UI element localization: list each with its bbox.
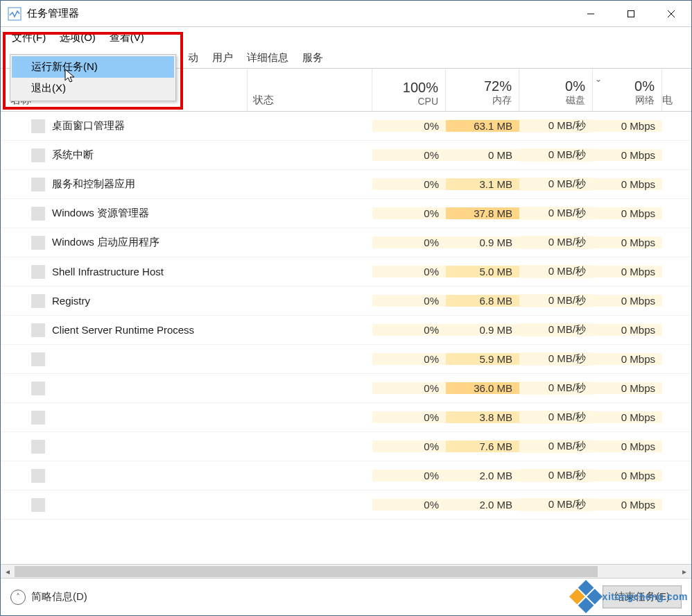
process-icon	[31, 498, 45, 512]
file-menu-dropdown: 运行新任务(N) 退出(X)	[10, 54, 176, 101]
network-cell: 0 Mbps	[593, 120, 662, 132]
column-memory[interactable]: 72%内存	[446, 69, 519, 111]
table-row[interactable]: 0%2.0 MB0 MB/秒0 Mbps	[1, 461, 691, 490]
network-cell: 0 Mbps	[593, 295, 662, 307]
process-name: Shell Infrastructure Host	[52, 266, 164, 277]
network-cell: 0 Mbps	[593, 470, 662, 481]
cpu-cell: 0%	[372, 411, 446, 423]
disk-cell: 0 MB/秒	[519, 469, 593, 482]
disk-cell: 0 MB/秒	[519, 265, 593, 278]
minimize-button[interactable]	[571, 1, 611, 26]
column-network[interactable]: 0%网络	[604, 69, 662, 111]
table-row[interactable]: 0%2.0 MB0 MB/秒0 Mbps	[1, 490, 691, 520]
process-icon	[31, 148, 45, 162]
table-row[interactable]: Windows 启动应用程序0%0.9 MB0 MB/秒0 Mbps	[1, 228, 691, 257]
tab-services[interactable]: 服务	[295, 48, 330, 68]
process-icon	[31, 440, 45, 454]
scroll-right-icon[interactable]: ▸	[677, 567, 691, 576]
cpu-cell: 0%	[372, 382, 446, 394]
disk-cell: 0 MB/秒	[519, 411, 593, 424]
network-cell: 0 Mbps	[593, 440, 662, 452]
column-extra[interactable]: 电	[662, 69, 676, 111]
table-row[interactable]: 服务和控制器应用0%3.1 MB0 MB/秒0 Mbps	[1, 170, 691, 199]
process-name-cell	[1, 382, 248, 395]
tab-users[interactable]: 用户	[205, 48, 240, 68]
network-cell: 0 Mbps	[593, 411, 662, 423]
process-icon	[31, 119, 45, 133]
end-task-button[interactable]: 结束任务(E)	[603, 585, 682, 608]
chevron-down-icon[interactable]: ⌄	[593, 69, 604, 111]
memory-cell: 0.9 MB	[446, 237, 519, 248]
process-name-cell	[1, 352, 248, 366]
column-status[interactable]: 状态	[248, 69, 372, 111]
cpu-cell: 0%	[372, 470, 446, 481]
network-cell: 0 Mbps	[593, 207, 662, 219]
table-row[interactable]: 系统中断0%0 MB0 MB/秒0 Mbps	[1, 141, 691, 170]
disk-cell: 0 MB/秒	[519, 440, 593, 453]
tab-details[interactable]: 详细信息	[240, 48, 295, 68]
table-row[interactable]: 0%7.6 MB0 MB/秒0 Mbps	[1, 432, 691, 461]
cpu-cell: 0%	[372, 207, 446, 219]
table-row[interactable]: 0%36.0 MB0 MB/秒0 Mbps	[1, 374, 691, 403]
network-cell: 0 Mbps	[593, 237, 662, 248]
scroll-thumb[interactable]	[15, 566, 598, 577]
close-button[interactable]	[651, 1, 691, 26]
memory-cell: 36.0 MB	[446, 382, 519, 394]
network-cell: 0 Mbps	[593, 149, 662, 161]
process-name-cell: Shell Infrastructure Host	[1, 265, 248, 279]
process-name: Windows 启动应用程序	[52, 236, 159, 249]
menu-view[interactable]: 查看(V)	[103, 28, 151, 47]
table-row[interactable]: Windows 资源管理器0%37.8 MB0 MB/秒0 Mbps	[1, 199, 691, 228]
process-icon	[31, 352, 45, 366]
maximize-button[interactable]	[611, 1, 651, 26]
horizontal-scrollbar[interactable]: ◂ ▸	[1, 564, 691, 578]
cpu-cell: 0%	[372, 440, 446, 452]
process-icon	[31, 382, 45, 395]
scroll-left-icon[interactable]: ◂	[1, 567, 15, 576]
table-row[interactable]: Shell Infrastructure Host0%5.0 MB0 MB/秒0…	[1, 257, 691, 286]
menu-exit[interactable]: 退出(X)	[12, 78, 174, 99]
network-cell: 0 Mbps	[593, 178, 662, 190]
network-cell: 0 Mbps	[593, 382, 662, 394]
table-row[interactable]: 0%5.9 MB0 MB/秒0 Mbps	[1, 345, 691, 374]
memory-cell: 37.8 MB	[446, 207, 519, 219]
process-icon	[31, 178, 45, 191]
menu-run-new-task[interactable]: 运行新任务(N)	[12, 56, 174, 78]
disk-cell: 0 MB/秒	[519, 207, 593, 220]
cpu-cell: 0%	[372, 324, 446, 336]
menubar: 文件(F) 选项(O) 查看(V)	[1, 27, 691, 48]
cpu-cell: 0%	[372, 353, 446, 365]
menu-file[interactable]: 文件(F)	[5, 28, 53, 47]
tab-partial[interactable]: 动	[181, 48, 205, 68]
fewer-details-button[interactable]: ˄ 简略信息(D)	[10, 590, 87, 605]
process-icon	[31, 469, 45, 483]
disk-cell: 0 MB/秒	[519, 323, 593, 336]
scroll-track[interactable]	[15, 566, 677, 577]
cpu-cell: 0%	[372, 295, 446, 307]
process-name: 桌面窗口管理器	[52, 119, 125, 132]
process-name-cell	[1, 440, 248, 454]
column-disk[interactable]: 0%磁盘	[519, 69, 593, 111]
process-name: Client Server Runtime Process	[52, 324, 194, 336]
process-name-cell: 桌面窗口管理器	[1, 119, 248, 133]
table-row[interactable]: 桌面窗口管理器0%63.1 MB0 MB/秒0 Mbps	[1, 112, 691, 141]
network-cell: 0 Mbps	[593, 353, 662, 365]
process-list-area[interactable]: 桌面窗口管理器0%63.1 MB0 MB/秒0 Mbps系统中断0%0 MB0 …	[1, 112, 691, 564]
chevron-up-icon: ˄	[10, 590, 26, 605]
app-icon	[8, 7, 21, 21]
disk-cell: 0 MB/秒	[519, 119, 593, 132]
column-cpu[interactable]: 100%CPU	[372, 69, 446, 111]
menu-options[interactable]: 选项(O)	[53, 28, 103, 47]
disk-cell: 0 MB/秒	[519, 178, 593, 191]
table-row[interactable]: 0%3.8 MB0 MB/秒0 Mbps	[1, 403, 691, 432]
process-name: 系统中断	[52, 148, 94, 162]
memory-cell: 2.0 MB	[446, 499, 519, 511]
titlebar[interactable]: 任务管理器	[1, 1, 691, 27]
process-name-cell: Windows 资源管理器	[1, 207, 248, 221]
table-row[interactable]: Client Server Runtime Process0%0.9 MB0 M…	[1, 316, 691, 345]
memory-cell: 5.0 MB	[446, 266, 519, 277]
memory-cell: 7.6 MB	[446, 440, 519, 452]
table-row[interactable]: Registry0%6.8 MB0 MB/秒0 Mbps	[1, 286, 691, 316]
memory-cell: 3.1 MB	[446, 178, 519, 190]
process-icon	[31, 207, 45, 221]
